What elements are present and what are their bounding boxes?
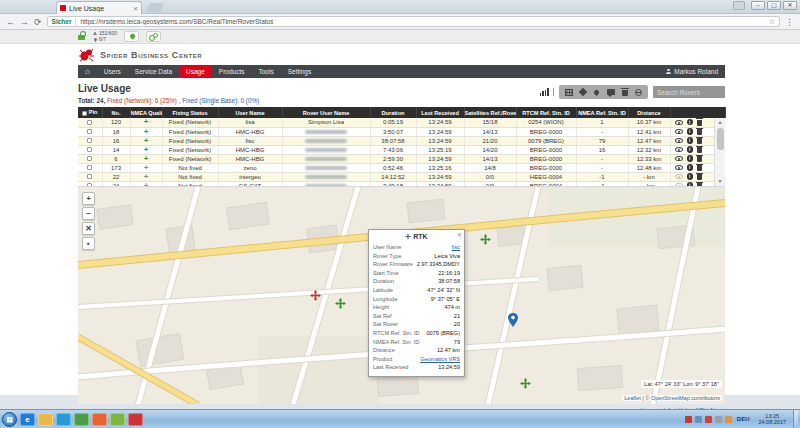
search-input[interactable] [653, 86, 725, 98]
browser-tab[interactable]: Live Usage ✕ [56, 1, 142, 14]
taskbar-app-2[interactable] [38, 413, 53, 426]
show-desktop-button[interactable] [793, 410, 798, 428]
zoom-out-button[interactable]: − [82, 207, 95, 220]
clear-selection-button[interactable]: ✕ [82, 222, 95, 235]
table-row[interactable]: 120+Fixed (Network)lisaSimpson Lisa0:05:… [78, 118, 725, 127]
table-columns-button[interactable] [562, 87, 575, 97]
delete-icon[interactable] [697, 147, 702, 153]
secure-badge[interactable]: Sicher [52, 18, 72, 25]
pin-checkbox[interactable] [87, 138, 92, 143]
close-button[interactable]: ✕ [783, 1, 797, 10]
column-header-last-received[interactable]: Last Received [416, 107, 464, 118]
view-icon[interactable] [675, 147, 683, 152]
delete-icon[interactable] [697, 129, 702, 135]
address-bar[interactable]: Sicher https://nrsdemo.leica-geosystems.… [47, 16, 780, 27]
nav-item-settings[interactable]: Settings [281, 65, 319, 78]
nav-item-tools[interactable]: Tools [252, 65, 281, 78]
taskbar-app-7[interactable] [128, 413, 143, 426]
table-scrollbar[interactable]: ▲ ▼ [714, 118, 725, 186]
network-status-button[interactable] [146, 31, 161, 42]
taskbar-app-6[interactable] [110, 413, 125, 426]
info-icon[interactable]: i [687, 164, 693, 170]
pin-checkbox[interactable] [87, 174, 92, 179]
rover-marker-crosshair[interactable] [480, 231, 491, 249]
delete-icon[interactable] [697, 174, 702, 180]
table-row[interactable]: 14+Fixed (Network)HMC-HBG7:43:0613:25:19… [78, 145, 725, 154]
scrollbar-thumb[interactable] [717, 128, 724, 150]
column-header-rover-user-name[interactable]: Rover User Name [282, 107, 370, 118]
view-icon[interactable] [675, 174, 683, 179]
signal-bars-icon[interactable] [540, 88, 554, 96]
info-icon[interactable]: i [687, 155, 693, 161]
rover-marker-pin[interactable] [508, 313, 518, 331]
message-button[interactable] [604, 87, 617, 97]
delete-icon[interactable] [697, 120, 702, 126]
column-header-duration[interactable]: Duration [370, 107, 416, 118]
taskbar-app-1[interactable]: e [20, 413, 35, 426]
user-menu[interactable]: Markus Roland [658, 65, 725, 78]
column-header-fixing-status[interactable]: Fixing Status [162, 107, 218, 118]
info-icon[interactable]: i [687, 173, 693, 179]
taskbar-clock[interactable]: 13:25 24.08.2017 [754, 413, 790, 426]
pin-checkbox[interactable] [87, 147, 92, 152]
popup-value-link[interactable]: fisc [405, 243, 460, 252]
view-icon[interactable] [675, 138, 683, 143]
info-icon[interactable]: i [687, 146, 693, 152]
taskbar-app-5[interactable] [92, 413, 107, 426]
delete-icon[interactable] [697, 156, 702, 162]
info-icon[interactable]: i [687, 119, 693, 125]
tray-icon-5[interactable] [725, 416, 732, 423]
delete-icon[interactable] [697, 138, 702, 144]
column-header-actions[interactable] [670, 107, 725, 118]
table-row[interactable]: 173+Not fixedzeno0:52:4613:25:1614/8BREG… [78, 163, 725, 172]
browser-menu-icon[interactable]: ⋮ [785, 17, 794, 27]
globe-button[interactable] [632, 87, 645, 97]
maximize-button[interactable]: ▢ [767, 1, 781, 10]
select-all-checkbox[interactable] [82, 111, 87, 116]
osm-link[interactable]: OpenStreetMap [651, 395, 690, 401]
diamond-button[interactable] [576, 87, 589, 97]
tray-icon-3[interactable] [705, 416, 712, 423]
nav-item-service-data[interactable]: Service Data [128, 65, 179, 78]
column-header-distance[interactable]: Distance [628, 107, 670, 118]
pin-checkbox[interactable] [87, 156, 92, 161]
rover-map[interactable]: +−✕▪ ✕ ✛RTK User NamefiscRover TypeLeica… [78, 186, 725, 404]
tab-close-icon[interactable]: ✕ [133, 5, 138, 12]
scroll-up-arrow[interactable]: ▲ [715, 118, 725, 127]
nav-item-products[interactable]: Products [212, 65, 252, 78]
pin-checkbox[interactable] [87, 120, 92, 125]
table-row[interactable]: 18+Fixed (Network)HMC-HBG3:50:0713:24:59… [78, 127, 725, 136]
nav-item-usage[interactable]: Usage [179, 65, 212, 78]
view-icon[interactable] [675, 156, 683, 161]
map-view-button[interactable] [124, 31, 139, 42]
tray-icon-4[interactable] [715, 416, 722, 423]
column-header-nmea-ref-stn-id[interactable]: NMEA Ref. Stn. ID [576, 107, 628, 118]
column-header-satellites-ref-rover[interactable]: Satellites Ref./Rover [464, 107, 516, 118]
popup-value-link[interactable]: Geomatics VRS [396, 355, 460, 364]
info-icon[interactable]: i [687, 137, 693, 143]
column-header-pin[interactable]: Pin [78, 107, 102, 118]
tray-icon-1[interactable] [685, 416, 692, 423]
taskbar-app-4[interactable] [74, 413, 89, 426]
table-row[interactable]: 22+Not fixedintergeo14:12:5213:24:590/0H… [78, 172, 725, 181]
reload-icon[interactable]: ⟳ [34, 17, 42, 27]
extent-button[interactable]: ▪ [82, 237, 95, 250]
map-pin-button[interactable] [590, 87, 603, 97]
popup-close-icon[interactable]: ✕ [457, 231, 462, 238]
zoom-in-button[interactable]: + [82, 192, 95, 205]
forward-icon[interactable]: → [20, 17, 29, 27]
trash-button[interactable] [618, 87, 631, 97]
view-icon[interactable] [675, 120, 683, 125]
tray-icon-2[interactable] [695, 416, 702, 423]
table-row[interactable]: 6+Fixed (Network)HMC-HBG2:59:3013:24:591… [78, 154, 725, 163]
scroll-down-arrow[interactable]: ▼ [715, 177, 725, 186]
view-icon[interactable] [675, 129, 683, 134]
column-header-user-name[interactable]: User Name [218, 107, 282, 118]
leaflet-link[interactable]: Leaflet [624, 395, 641, 401]
minimize-button[interactable]: – [751, 1, 765, 10]
back-icon[interactable]: ← [6, 17, 15, 27]
column-header-no-[interactable]: No. [102, 107, 130, 118]
bookmark-star-icon[interactable]: ☆ [769, 18, 775, 26]
nav-home-icon[interactable]: ⌂ [78, 65, 97, 78]
delete-icon[interactable] [697, 165, 702, 171]
